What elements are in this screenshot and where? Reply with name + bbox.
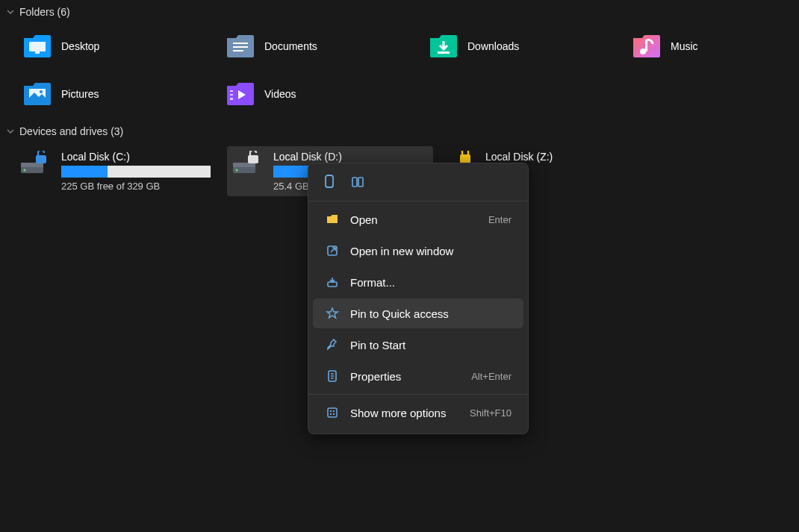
menu-item-label: Open xyxy=(350,213,478,226)
svg-rect-11 xyxy=(230,88,233,90)
videos-folder-icon xyxy=(226,79,255,109)
folders-section-header[interactable]: Folders (6) xyxy=(0,0,799,24)
menu-item-label: Format... xyxy=(350,276,512,289)
menu-item-folder-yellow[interactable]: Open Enter xyxy=(313,204,523,234)
svg-point-20 xyxy=(236,169,238,172)
svg-rect-0 xyxy=(29,42,46,51)
open-new-window-icon xyxy=(325,243,340,258)
format-icon xyxy=(325,275,340,290)
drive-label: Local Disk (C:) xyxy=(61,151,217,163)
folder-yellow-icon xyxy=(325,212,340,227)
svg-rect-26 xyxy=(326,175,333,187)
menu-item-open-new-window[interactable]: Open in new window xyxy=(313,236,523,266)
more-icon xyxy=(325,405,340,420)
downloads-folder-icon xyxy=(429,31,458,61)
folder-item-documents[interactable]: Documents xyxy=(223,27,417,66)
svg-rect-28 xyxy=(358,178,363,187)
svg-rect-36 xyxy=(330,410,332,412)
folder-label: Pictures xyxy=(61,88,99,100)
properties-icon xyxy=(325,369,340,384)
svg-rect-7 xyxy=(645,40,647,51)
svg-rect-35 xyxy=(328,408,337,417)
svg-rect-17 xyxy=(36,155,46,163)
svg-rect-21 xyxy=(248,155,258,163)
svg-rect-2 xyxy=(233,43,248,44)
menu-item-label: Show more options xyxy=(350,407,459,419)
menu-item-format[interactable]: Format... xyxy=(313,267,523,297)
svg-rect-39 xyxy=(333,413,335,415)
menu-item-more[interactable]: Show more options Shift+F10 xyxy=(313,398,523,428)
drive-info: Local Disk (Z:) xyxy=(485,151,641,163)
folder-item-pictures[interactable]: Pictures xyxy=(19,75,214,113)
context-menu-toolbar xyxy=(308,168,528,198)
folder-item-videos[interactable]: Videos xyxy=(223,75,417,113)
drive-info: Local Disk (C:) 225 GB free of 329 GB xyxy=(61,151,217,192)
drives-header-label: Devices and drives (3) xyxy=(19,125,123,137)
svg-point-6 xyxy=(640,48,646,54)
toolbar-pin-icon[interactable] xyxy=(320,172,338,190)
svg-rect-12 xyxy=(230,92,233,94)
svg-rect-27 xyxy=(352,178,357,187)
menu-item-label: Pin to Quick access xyxy=(350,307,512,320)
documents-folder-icon xyxy=(226,31,255,61)
folder-item-music[interactable]: Music xyxy=(629,27,799,66)
folder-item-downloads[interactable]: Downloads xyxy=(426,27,620,66)
menu-item-pin-quick[interactable]: Pin to Quick access xyxy=(313,298,523,328)
svg-rect-1 xyxy=(35,51,40,54)
drive-usage-bar xyxy=(61,166,211,178)
chevron-down-icon xyxy=(6,127,15,136)
svg-rect-37 xyxy=(333,410,335,412)
pin-quick-icon xyxy=(325,306,340,321)
folders-header-label: Folders (6) xyxy=(19,6,70,18)
svg-rect-38 xyxy=(330,413,332,415)
folder-label: Videos xyxy=(264,88,296,100)
folder-item-desktop[interactable]: Desktop xyxy=(19,27,214,66)
svg-rect-3 xyxy=(233,46,248,48)
drive-icon xyxy=(19,151,54,178)
context-menu: Open Enter Open in new window Format... … xyxy=(308,163,529,434)
context-menu-items: Open Enter Open in new window Format... … xyxy=(308,204,528,428)
svg-rect-4 xyxy=(233,50,243,51)
pin-start-icon xyxy=(325,337,340,352)
folder-label: Documents xyxy=(264,40,317,52)
folder-label: Downloads xyxy=(467,40,519,52)
menu-item-label: Properties xyxy=(350,370,461,383)
drive-label: Local Disk (D:) xyxy=(273,151,429,163)
menu-item-properties[interactable]: Properties Alt+Enter xyxy=(313,361,523,391)
menu-item-label: Pin to Start xyxy=(350,339,512,351)
drives-section-header[interactable]: Devices and drives (3) xyxy=(0,119,799,143)
folder-label: Music xyxy=(671,40,698,52)
toolbar-newwindow-icon[interactable] xyxy=(349,172,367,190)
desktop-folder-icon xyxy=(22,31,52,61)
menu-item-label: Open in new window xyxy=(350,245,512,257)
folders-grid: Desktop Documents Downloads Music Pictur… xyxy=(0,24,799,119)
drive-label: Local Disk (Z:) xyxy=(485,151,641,163)
menu-item-shortcut: Shift+F10 xyxy=(470,407,512,419)
svg-rect-5 xyxy=(438,51,450,54)
pictures-folder-icon xyxy=(22,79,52,109)
music-folder-icon xyxy=(632,31,662,61)
drive-free-text: 225 GB free of 329 GB xyxy=(61,181,217,192)
drive-item-0[interactable]: Local Disk (C:) 225 GB free of 329 GB xyxy=(15,146,221,196)
context-menu-separator xyxy=(308,201,528,201)
menu-item-shortcut: Alt+Enter xyxy=(471,371,512,382)
menu-item-pin-start[interactable]: Pin to Start xyxy=(313,330,523,360)
context-menu-separator xyxy=(308,394,528,395)
chevron-down-icon xyxy=(6,7,15,16)
drive-icon xyxy=(231,151,266,178)
menu-item-shortcut: Enter xyxy=(488,214,512,225)
svg-point-16 xyxy=(24,169,26,172)
folder-label: Desktop xyxy=(61,40,99,52)
svg-point-9 xyxy=(40,90,43,93)
svg-rect-13 xyxy=(230,96,233,98)
